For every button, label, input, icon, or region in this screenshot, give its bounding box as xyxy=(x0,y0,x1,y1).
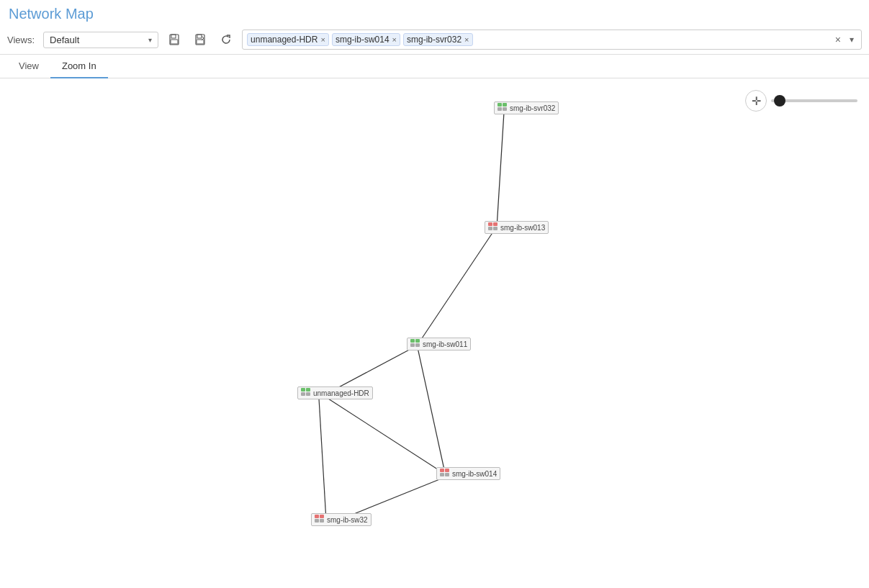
save-icon xyxy=(168,34,180,45)
views-label: Views: xyxy=(7,35,35,45)
filter-bar: unmanaged-HDR × smg-ib-sw014 × smg-ib-sv… xyxy=(242,30,862,50)
svg-line-11 xyxy=(319,399,326,520)
node-sw014[interactable]: smg-ib-sw014 xyxy=(436,467,500,480)
filter-tag-svr032-label: smg-ib-svr032 xyxy=(407,35,461,45)
zoom-control: ✛ xyxy=(745,90,857,112)
filter-tag-sw014: smg-ib-sw014 × xyxy=(332,33,400,46)
svg-rect-4 xyxy=(197,35,202,38)
filter-tag-svr032-close[interactable]: × xyxy=(464,36,469,44)
node-sw32-label: smg-ib-sw32 xyxy=(327,516,368,524)
refresh-icon xyxy=(220,34,232,45)
filter-tag-unmanaged-label: unmanaged-HDR xyxy=(251,35,318,45)
node-sw011-icon xyxy=(410,339,420,349)
refresh-button[interactable] xyxy=(216,30,236,50)
node-sw013-label: smg-ib-sw013 xyxy=(500,224,545,232)
node-sw011[interactable]: smg-ib-sw011 xyxy=(407,338,471,350)
filter-tag-svr032: smg-ib-svr032 × xyxy=(403,33,472,46)
filter-tag-unmanaged: unmanaged-HDR × xyxy=(247,33,329,46)
views-dropdown[interactable]: Default ▾ xyxy=(43,32,158,48)
tabs: View Zoom In xyxy=(0,55,869,78)
node-unmanaged-label: unmanaged-HDR xyxy=(313,389,369,397)
zoom-slider[interactable] xyxy=(771,99,857,102)
node-svr032[interactable]: smg-ib-svr032 xyxy=(494,101,559,114)
svg-rect-1 xyxy=(171,35,176,38)
svg-line-6 xyxy=(497,112,504,227)
zoom-slider-thumb[interactable] xyxy=(774,95,785,107)
saveas-icon xyxy=(194,34,206,45)
connections-svg xyxy=(0,78,869,588)
map-area[interactable]: ✛ xyxy=(0,78,869,588)
page-title: Network Map xyxy=(0,0,869,25)
zoom-pan-icon: ✛ xyxy=(752,94,761,108)
node-sw011-label: smg-ib-sw011 xyxy=(423,340,467,348)
zoom-pan-button[interactable]: ✛ xyxy=(745,90,767,112)
svg-rect-2 xyxy=(171,40,178,44)
node-sw013[interactable]: smg-ib-sw013 xyxy=(485,221,549,234)
filter-tag-sw014-label: smg-ib-sw014 xyxy=(336,35,390,45)
save-button[interactable] xyxy=(164,30,184,50)
node-unmanaged[interactable]: unmanaged-HDR xyxy=(297,386,373,399)
node-sw32-icon xyxy=(315,515,325,525)
node-svr032-icon xyxy=(497,103,508,113)
app: Network Map Views: Default ▾ xyxy=(0,0,869,588)
node-svr032-label: smg-ib-svr032 xyxy=(510,104,555,112)
filter-dropdown-button[interactable]: ▾ xyxy=(847,35,857,45)
node-sw014-icon xyxy=(440,469,450,479)
toolbar: Views: Default ▾ xyxy=(0,25,869,55)
node-sw32[interactable]: smg-ib-sw32 xyxy=(311,513,372,526)
views-selected-value: Default xyxy=(50,35,79,45)
node-sw013-icon xyxy=(488,222,498,232)
filter-tag-sw014-close[interactable]: × xyxy=(392,36,397,44)
tab-zoomin[interactable]: Zoom In xyxy=(50,55,108,78)
svg-line-9 xyxy=(418,348,445,473)
saveas-button[interactable] xyxy=(190,30,210,50)
tab-view[interactable]: View xyxy=(7,55,50,78)
views-dropdown-arrow: ▾ xyxy=(148,36,152,44)
node-sw014-label: smg-ib-sw014 xyxy=(452,470,497,478)
filter-clear-button[interactable]: × xyxy=(832,34,844,45)
svg-rect-5 xyxy=(197,40,204,44)
svg-line-7 xyxy=(418,232,493,345)
filter-tag-unmanaged-close[interactable]: × xyxy=(320,36,325,44)
svg-line-10 xyxy=(328,399,444,474)
node-unmanaged-icon xyxy=(301,388,311,398)
